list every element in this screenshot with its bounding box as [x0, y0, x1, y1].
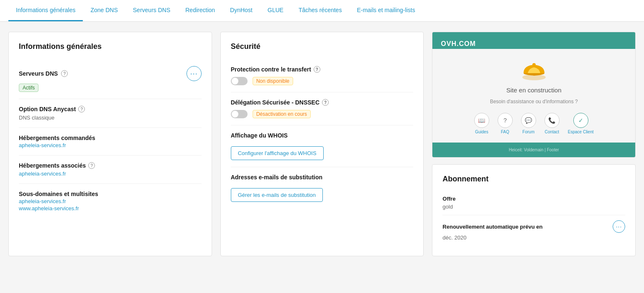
option-dns-row: Option DNS Anycast ? DNS classique	[19, 99, 202, 128]
dots-icon: ···	[190, 69, 198, 78]
tab-serveurs-dns[interactable]: Serveurs DNS	[125, 0, 178, 21]
tab-glue[interactable]: GLUE	[260, 0, 291, 21]
tab-informations-generales[interactable]: Informations générales	[8, 0, 83, 21]
delegation-toggle-row: Désactivation en cours	[231, 110, 414, 118]
abonnement-card: Abonnement Offre gold Renouvellement aut…	[432, 164, 636, 256]
preview-icon-espace-client: ✓ Espace Client	[568, 113, 594, 134]
faq-icon: ?	[498, 113, 513, 128]
hebergements-commandes-label: Hébergements commandés	[19, 135, 202, 141]
delegation-toggle[interactable]	[231, 110, 248, 118]
preview-icon-faq: ? FAQ	[498, 113, 513, 134]
faq-label: FAQ	[501, 130, 509, 134]
sous-domaines-link-1[interactable]: apheleia-services.fr	[19, 198, 202, 204]
guides-icon: 📖	[474, 113, 489, 128]
preview-icon-guides: 📖 Guides	[474, 113, 489, 134]
hebergements-associes-row: Hébergements associés ? apheleia-service…	[19, 155, 202, 184]
protection-transfert-section: Protection contre le transfert ? Non dis…	[231, 59, 414, 92]
renouvellement-label: Renouvellement automatique prévu en	[442, 224, 542, 230]
hard-hat-icon	[521, 57, 547, 82]
serveurs-dns-help-icon[interactable]: ?	[61, 70, 68, 77]
renouvellement-row: Renouvellement automatique prévu en ··· …	[442, 215, 625, 246]
renouvellement-dots-icon: ···	[616, 223, 622, 230]
abonnement-title: Abonnement	[442, 175, 625, 183]
preview-header: OVH.COM	[432, 32, 635, 49]
preview-body: Site en construction Besoin d'assistance…	[432, 49, 635, 143]
informations-generales-card: Informations générales Serveurs DNS ? ··…	[8, 32, 212, 256]
tabs-bar: Informations générales Zone DNS Serveurs…	[0, 0, 644, 22]
preview-icons-row: 📖 Guides ? FAQ 💬 Forum 📞 Contact	[474, 113, 594, 134]
contact-icon: 📞	[544, 113, 560, 128]
forum-icon: 💬	[521, 113, 536, 128]
tab-taches-recentes[interactable]: Tâches récentes	[291, 0, 350, 21]
info-card-title: Informations générales	[19, 42, 202, 51]
protection-help-icon[interactable]: ?	[314, 66, 320, 73]
hebergements-commandes-link[interactable]: apheleia-services.fr	[19, 142, 202, 148]
preview-icon-forum: 💬 Forum	[521, 113, 536, 134]
emails-substitution-label: Adresses e-mails de substitution	[231, 174, 322, 181]
hebergements-associes-label: Hébergements associés	[19, 162, 86, 169]
right-column: OVH.COM Site en construction Besoin d'as…	[432, 32, 636, 256]
forum-label: Forum	[522, 130, 534, 134]
preview-site-subtitle: Besoin d'assistance ou d'informations ?	[490, 99, 578, 104]
configure-whois-button[interactable]: Configurer l'affichage du WHOIS	[231, 146, 324, 160]
protection-label: Protection contre le transfert	[231, 66, 311, 73]
option-dns-help-icon[interactable]: ?	[78, 106, 85, 112]
manage-emails-button[interactable]: Gérer les e-mails de substitution	[231, 188, 323, 202]
securite-card-title: Sécurité	[231, 42, 414, 51]
espace-client-icon: ✓	[573, 113, 588, 128]
sous-domaines-link-2[interactable]: www.apheleia-services.fr	[19, 205, 202, 211]
guides-label: Guides	[475, 130, 488, 134]
protection-toggle[interactable]	[231, 77, 248, 85]
offre-row: Offre gold	[442, 190, 625, 215]
svg-rect-1	[532, 63, 536, 67]
tab-dynhost[interactable]: DynHost	[222, 0, 260, 21]
offre-value: gold	[442, 204, 625, 210]
espace-client-label: Espace Client	[568, 130, 594, 134]
offre-label: Offre	[442, 196, 455, 202]
hebergements-associes-link[interactable]: apheleia-services.fr	[19, 171, 202, 177]
delegation-label: Délégation Sécurisée - DNSSEC	[231, 99, 319, 106]
option-dns-value: DNS classique	[19, 115, 54, 121]
renouvellement-dots-button[interactable]: ···	[613, 220, 625, 233]
emails-substitution-section: Adresses e-mails de substitution Gérer l…	[231, 167, 414, 209]
protection-status: Non disponible	[253, 77, 293, 85]
renouvellement-value: déc. 2020	[442, 234, 625, 241]
tab-emails-mailing[interactable]: E-mails et mailing-lists	[349, 0, 422, 21]
option-dns-label: Option DNS Anycast	[19, 106, 76, 112]
preview-logo: OVH.COM	[441, 40, 475, 48]
delegation-dnssec-section: Délégation Sécurisée - DNSSEC ? Désactiv…	[231, 92, 414, 125]
preview-footer: Heiceit: Voldemain | Footer	[432, 143, 635, 157]
hebergements-associes-help-icon[interactable]: ?	[88, 162, 95, 169]
delegation-help-icon[interactable]: ?	[322, 99, 329, 106]
protection-toggle-row: Non disponible	[231, 77, 414, 85]
main-content: Informations générales Serveurs DNS ? ··…	[0, 22, 644, 266]
serveurs-dns-badge: Actifs	[19, 84, 38, 92]
hebergements-commandes-row: Hébergements commandés apheleia-services…	[19, 128, 202, 155]
ovh-preview-card: OVH.COM Site en construction Besoin d'as…	[432, 32, 636, 158]
contact-label: Contact	[545, 130, 559, 134]
serveurs-dns-label: Serveurs DNS	[19, 70, 58, 77]
serveurs-dns-dots-button[interactable]: ···	[187, 66, 202, 81]
whois-label: Affichage du WHOIS	[231, 132, 288, 139]
preview-site-title: Site en construction	[506, 87, 562, 94]
whois-section: Affichage du WHOIS Configurer l'affichag…	[231, 125, 414, 167]
securite-card: Sécurité Protection contre le transfert …	[220, 32, 424, 256]
tab-zone-dns[interactable]: Zone DNS	[83, 0, 125, 21]
sous-domaines-label: Sous-domaines et multisites	[19, 191, 202, 197]
preview-footer-text: Heiceit: Voldemain | Footer	[509, 148, 559, 152]
serveurs-dns-row: Serveurs DNS ? ··· Actifs	[19, 59, 202, 99]
tab-redirection[interactable]: Redirection	[178, 0, 222, 21]
sous-domaines-row: Sous-domaines et multisites apheleia-ser…	[19, 184, 202, 218]
preview-icon-contact: 📞 Contact	[544, 113, 560, 134]
delegation-status: Désactivation en cours	[253, 110, 311, 118]
